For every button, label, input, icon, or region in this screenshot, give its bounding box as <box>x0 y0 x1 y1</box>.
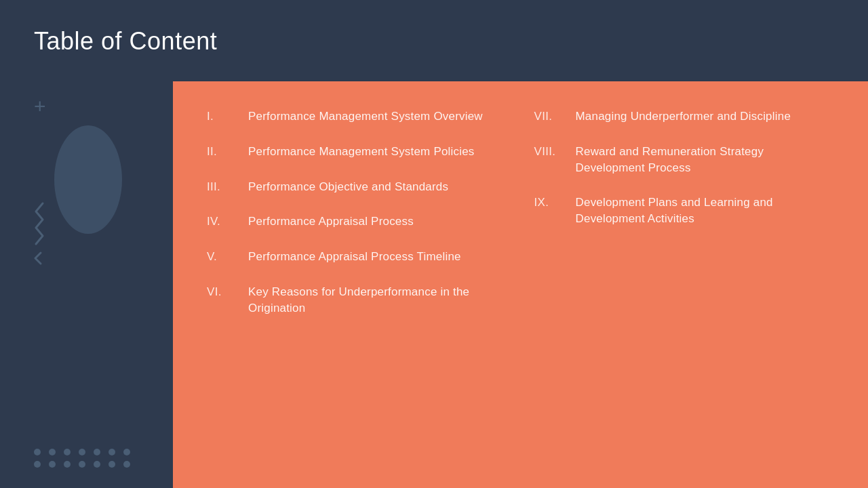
dots-row-1 <box>34 449 130 455</box>
list-item: II. Performance Management System Polici… <box>207 144 507 160</box>
left-column: I. Performance Management System Overvie… <box>207 108 507 461</box>
item-label: Key Reasons for Underperformance in the … <box>248 284 507 317</box>
item-number: IX. <box>534 195 565 209</box>
dot <box>94 449 100 455</box>
item-label: Performance Objective and Standards <box>248 179 448 195</box>
list-item: I. Performance Management System Overvie… <box>207 108 507 125</box>
dot <box>64 461 71 468</box>
item-label: Performance Management System Policies <box>248 144 475 160</box>
dot <box>79 461 85 468</box>
item-number: III. <box>207 179 237 194</box>
item-label: Managing Underperformer and Discipline <box>576 108 791 125</box>
content-panel: I. Performance Management System Overvie… <box>173 81 868 488</box>
item-label: Performance Appraisal Process <box>248 214 414 230</box>
page-title: Table of Content <box>34 27 217 55</box>
dot <box>123 461 130 468</box>
dot <box>34 461 41 468</box>
item-number: I. <box>207 108 237 123</box>
dot <box>123 449 130 455</box>
dot <box>64 449 71 455</box>
list-item: IV. Performance Appraisal Process <box>207 214 507 230</box>
right-column: VII. Managing Underperformer and Discipl… <box>534 108 835 461</box>
dot <box>49 461 56 468</box>
zigzag-icon <box>33 200 46 251</box>
dot <box>108 449 115 455</box>
item-number: VI. <box>207 284 237 299</box>
dot <box>49 449 56 455</box>
item-label: Reward and Remuneration Strategy Develop… <box>576 144 835 176</box>
plus-icon: + <box>34 95 46 118</box>
item-label: Performance Management System Overview <box>248 108 483 125</box>
dot <box>79 449 85 455</box>
list-item: VI. Key Reasons for Underperformance in … <box>207 284 507 317</box>
dot <box>94 461 100 468</box>
item-label: Performance Appraisal Process Timeline <box>248 249 461 265</box>
slide: Table of Content + <box>0 0 868 488</box>
item-number: V. <box>207 249 237 264</box>
oval-decoration <box>54 125 122 234</box>
item-number: VII. <box>534 108 565 123</box>
list-item: V. Performance Appraisal Process Timelin… <box>207 249 507 265</box>
dots-decoration <box>34 449 130 468</box>
list-item: III. Performance Objective and Standards <box>207 179 507 195</box>
item-number: II. <box>207 144 237 159</box>
title-area: Table of Content <box>34 27 217 56</box>
dot <box>34 449 41 455</box>
list-item: VIII. Reward and Remuneration Strategy D… <box>534 144 835 176</box>
item-number: IV. <box>207 214 237 228</box>
list-item: IX. Development Plans and Learning and D… <box>534 195 835 227</box>
dots-row-2 <box>34 461 130 468</box>
item-number: VIII. <box>534 144 565 159</box>
chevron-left-icon <box>33 251 43 269</box>
list-item: VII. Managing Underperformer and Discipl… <box>534 108 835 125</box>
item-label: Development Plans and Learning and Devel… <box>576 195 835 227</box>
dot <box>108 461 115 468</box>
